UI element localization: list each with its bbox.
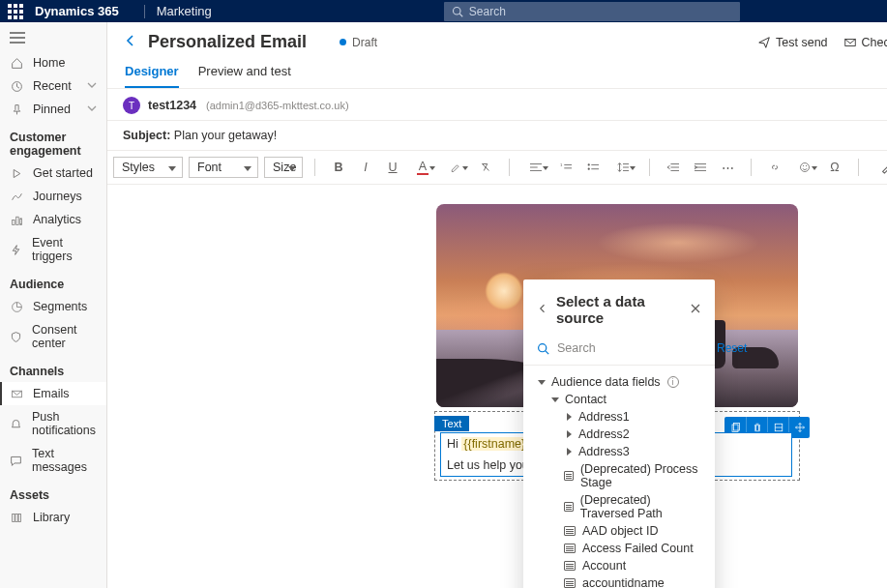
search-icon (452, 6, 463, 17)
line-height-button[interactable] (608, 157, 637, 178)
info-icon[interactable]: i (667, 376, 679, 388)
nav-consent-center[interactable]: Consent center (0, 318, 106, 355)
popup-reset-link[interactable]: Reset (717, 341, 747, 355)
field-icon (564, 544, 576, 553)
nav-library[interactable]: Library (0, 506, 106, 529)
more-format-button[interactable]: ⋯ (716, 157, 739, 178)
svg-rect-8 (19, 218, 21, 224)
chat-icon (10, 454, 22, 467)
tree-account[interactable]: Account (537, 557, 701, 574)
format-toolbar: Styles Font Size B I U A 1 (107, 151, 887, 185)
popup-close-button[interactable] (690, 303, 701, 317)
nav-analytics[interactable]: Analytics (0, 208, 106, 231)
sender-handle: (admin1@d365-mkttest.co.uk) (206, 100, 349, 111)
italic-button[interactable]: I (354, 157, 377, 178)
nav-emails[interactable]: Emails (0, 382, 106, 405)
mail-icon (10, 387, 23, 400)
nav-push[interactable]: Push notifications (0, 405, 106, 442)
tree-address2[interactable]: Address2 (537, 426, 701, 443)
underline-button[interactable]: U (381, 157, 404, 178)
nav-toggle[interactable] (0, 28, 106, 51)
clock-icon (10, 79, 23, 93)
page-header: Personalized Email Draft Test send Check… (107, 22, 887, 58)
tree-audience-fields[interactable]: Audience data fieldsi (537, 373, 701, 391)
link-button[interactable] (763, 157, 786, 178)
emoji-button[interactable] (790, 157, 819, 178)
tree-aad[interactable]: AAD object ID (537, 522, 701, 540)
popup-title: Select a data source (556, 293, 682, 326)
app-launcher-icon[interactable] (8, 4, 23, 19)
subject-row[interactable]: Subject: Plan your getaway! (107, 121, 887, 151)
bell-icon (10, 417, 22, 430)
nav-section-channels: Channels (0, 355, 106, 382)
play-icon (10, 166, 23, 180)
svg-point-36 (806, 165, 807, 166)
symbol-button[interactable]: Ω (823, 157, 846, 178)
nav-get-started[interactable]: Get started (0, 162, 106, 185)
bold-button[interactable]: B (327, 157, 350, 178)
svg-line-42 (546, 350, 548, 353)
tree-deprecated-traversed[interactable]: (Deprecated) Traversed Path (537, 491, 701, 522)
svg-rect-7 (15, 217, 17, 224)
design-canvas[interactable]: Text Hi {{firstname}}, Let us help you p… (107, 185, 887, 588)
tree-access-failed[interactable]: Access Failed Count (537, 540, 701, 557)
svg-point-34 (801, 163, 810, 172)
highlight-button[interactable] (441, 157, 470, 178)
svg-line-1 (459, 14, 462, 16)
subject-value: Plan your getaway! (174, 129, 277, 142)
tab-designer[interactable]: Designer (125, 58, 179, 88)
personalization-button[interactable]: Personalization (871, 161, 887, 174)
align-button[interactable] (521, 157, 550, 178)
chevron-down-icon (87, 79, 97, 93)
svg-text:1: 1 (560, 162, 563, 167)
svg-rect-13 (18, 514, 20, 521)
font-dropdown[interactable]: Font (189, 157, 258, 178)
search-icon (537, 342, 549, 355)
font-color-button[interactable]: A (408, 157, 437, 178)
global-header: Dynamics 365 Marketing Search (0, 0, 887, 22)
tree-accountidname[interactable]: accountidname (537, 574, 701, 588)
status-badge: Draft (340, 36, 377, 49)
nav-section-engagement: Customer engagement (0, 121, 106, 162)
nav-recent[interactable]: Recent (0, 74, 106, 98)
nav-pinned[interactable]: Pinned (0, 98, 106, 121)
nav-text-messages[interactable]: Text messages (0, 442, 106, 479)
data-source-tree: Audience data fieldsi Contact Address1 A… (537, 373, 701, 588)
bullet-list-button[interactable] (581, 157, 605, 178)
bolt-icon (10, 243, 22, 256)
field-icon (564, 502, 574, 512)
nav-event-triggers[interactable]: Event triggers (0, 231, 106, 268)
brand-label: Dynamics 365 (35, 4, 119, 18)
nav-home[interactable]: Home (0, 51, 106, 74)
clear-format-button[interactable] (474, 157, 497, 178)
indent-button[interactable] (689, 157, 712, 178)
pin-icon (10, 103, 23, 116)
popup-back-button[interactable] (537, 303, 548, 317)
tree-address3[interactable]: Address3 (537, 443, 701, 460)
ordered-list-button[interactable]: 1 (554, 157, 577, 178)
tab-preview[interactable]: Preview and test (198, 58, 291, 88)
subject-label: Subject: (123, 129, 170, 142)
tree-contact[interactable]: Contact (537, 391, 701, 408)
styles-dropdown[interactable]: Styles (113, 157, 183, 178)
svg-point-35 (803, 165, 804, 166)
field-icon (564, 578, 576, 588)
personalization-token[interactable]: {{firstname}} (461, 437, 531, 451)
tree-address1[interactable]: Address1 (537, 408, 701, 426)
nav-journeys[interactable]: Journeys (0, 185, 106, 208)
test-send-button[interactable]: Test send (757, 36, 828, 49)
size-dropdown[interactable]: Size (264, 157, 303, 178)
library-icon (10, 511, 23, 524)
svg-rect-6 (12, 220, 14, 224)
global-search[interactable]: Search (444, 2, 740, 21)
wand-icon (880, 161, 887, 174)
nav-segments[interactable]: Segments (0, 295, 106, 318)
svg-point-21 (588, 163, 590, 165)
field-icon (564, 471, 574, 481)
popup-search-input[interactable] (557, 338, 709, 359)
outdent-button[interactable] (662, 157, 685, 178)
check-content-button[interactable]: Check content (843, 36, 887, 49)
back-button[interactable] (123, 33, 138, 51)
page-title: Personalized Email (148, 32, 307, 52)
tree-deprecated-process[interactable]: (Deprecated) Process Stage (537, 460, 701, 491)
